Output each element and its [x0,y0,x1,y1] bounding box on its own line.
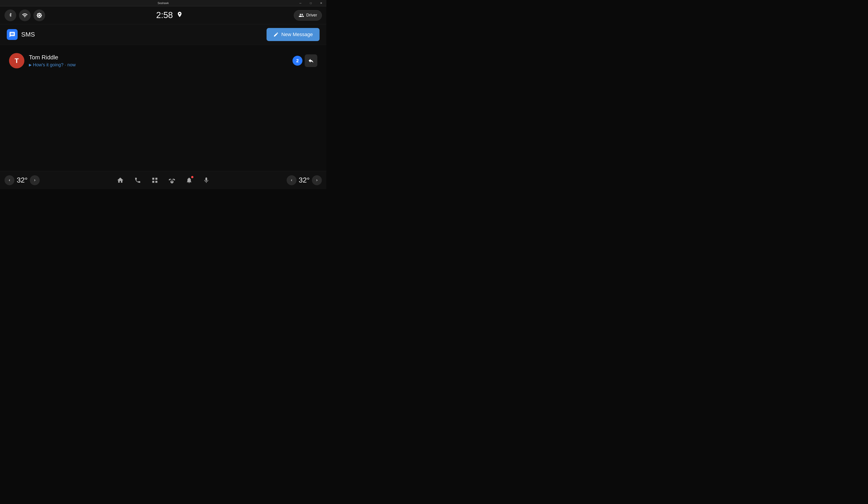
minimize-button[interactable]: ─ [295,0,306,6]
bluetooth-button[interactable] [4,10,16,21]
grid-button[interactable] [149,175,160,186]
maximize-button[interactable]: □ [306,0,316,6]
preview-text: How's it going? [33,62,63,67]
top-bar-center: 2:58 [45,10,294,20]
home-button[interactable] [115,175,126,186]
message-time: now [68,62,76,67]
app-header: SMS New Message [0,24,326,45]
title-bar: Seahawk ─ □ ✕ [0,0,326,6]
top-bar-left [4,10,45,21]
wifi-icon [22,12,28,18]
temp-right-arrow[interactable] [312,175,322,185]
bluetooth-icon [8,13,13,18]
time-display: 2:58 [156,10,173,20]
phone-button[interactable] [133,175,143,186]
title-bar-text: Seahawk [157,2,168,5]
close-button[interactable]: ✕ [316,0,326,6]
driver-button[interactable]: Driver [294,10,322,21]
message-info: Tom Riddle ▶ How's it going? · now [29,54,292,67]
avatar: T [9,53,24,69]
sms-icon [7,29,18,40]
top-bar-right: Driver [294,10,322,21]
main-content: SMS New Message T Tom Riddle ▶ How's it … [0,24,326,189]
brightness-button[interactable] [33,10,45,21]
message-preview: ▶ How's it going? · now [29,62,292,67]
bottom-bar: 32° 32° [0,171,326,189]
dot-separator: · [65,62,66,67]
message-list: T Tom Riddle ▶ How's it going? · now 2 [0,45,326,189]
mic-button[interactable] [201,175,211,186]
app-title: SMS [21,31,35,38]
new-message-label: New Message [281,32,313,38]
edit-icon [273,32,279,37]
temp-left-arrow-right[interactable] [287,175,297,185]
brightness-icon [36,12,42,18]
driver-label: Driver [306,13,317,18]
wifi-button[interactable] [19,10,31,21]
bottom-right: 32° [272,175,322,185]
bottom-left: 32° [4,175,54,185]
driver-icon [299,13,304,18]
top-bar: 2:58 Driver [0,6,326,24]
play-icon: ▶ [29,63,32,67]
reply-icon [308,57,314,64]
table-row[interactable]: T Tom Riddle ▶ How's it going? · now 2 [7,50,320,72]
title-bar-controls: ─ □ ✕ [295,0,326,6]
message-badge: 2 [292,56,302,66]
temp-right-arrow-left[interactable] [30,175,40,185]
reply-button[interactable] [305,54,317,67]
location-icon [176,11,183,19]
message-actions: 2 [292,54,317,67]
bottom-center [54,175,272,186]
right-temperature: 32° [299,176,310,184]
left-temperature: 32° [17,176,28,184]
contact-name: Tom Riddle [29,54,292,61]
fan-button[interactable] [167,175,177,186]
new-message-button[interactable]: New Message [267,28,320,41]
notification-dot [191,176,194,178]
notification-button[interactable] [184,175,194,186]
temp-left-arrow[interactable] [4,175,14,185]
avatar-letter: T [15,57,19,64]
